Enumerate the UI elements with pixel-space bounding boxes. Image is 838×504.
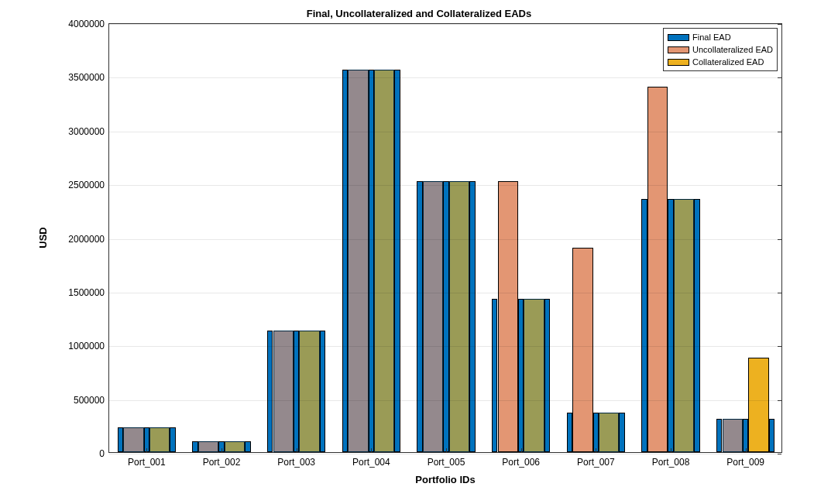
bar-final: [394, 70, 400, 452]
x-tick-label: Port_002: [203, 457, 241, 468]
bar-final: [267, 331, 273, 452]
y-tick-label: 2000000: [68, 234, 105, 245]
legend-swatch-icon: [668, 46, 689, 53]
bar-uncollateralized: [572, 248, 592, 452]
y-tick-label: 1500000: [68, 287, 105, 298]
chart-container: Final, Uncollateralized and Collateraliz…: [0, 0, 838, 504]
bar-overlay: [273, 331, 294, 452]
x-tick-mark: [297, 448, 297, 452]
y-tick-label: 3500000: [68, 72, 105, 83]
bar-final: [619, 413, 625, 452]
gridline: [109, 185, 781, 186]
bar-overlay: [348, 70, 368, 452]
bar-final: [294, 331, 300, 452]
bars-layer: [109, 24, 781, 452]
legend-swatch-icon: [668, 59, 689, 66]
bar-final: [518, 299, 524, 452]
gridline: [109, 454, 781, 454]
gridline: [109, 346, 781, 347]
bar-final: [769, 419, 775, 452]
y-tick-label: 4000000: [68, 19, 105, 29]
bar-final: [716, 419, 723, 452]
bar-overlay: [198, 441, 218, 452]
bar-uncollateralized: [498, 181, 518, 452]
gridline: [109, 400, 781, 401]
bar-final: [417, 181, 423, 452]
legend: Final EAD Uncollateralized EAD Collatera…: [663, 28, 778, 71]
legend-item-final: Final EAD: [668, 31, 773, 43]
x-tick-mark: [521, 448, 522, 452]
bar-overlay: [524, 299, 544, 452]
bar-overlay: [674, 199, 694, 452]
gridline: [109, 239, 781, 240]
x-tick-label: Port_008: [652, 457, 690, 468]
bar-final: [443, 181, 449, 452]
x-tick-mark: [146, 448, 147, 452]
y-tick-mark: [778, 454, 781, 454]
y-tick-label: 2500000: [68, 180, 105, 190]
x-tick-label: Port_004: [352, 457, 390, 468]
x-tick-mark: [671, 448, 671, 452]
y-axis-label: USD: [37, 227, 49, 248]
bar-overlay: [123, 427, 143, 452]
bar-final: [593, 413, 599, 452]
bar-final: [469, 181, 476, 452]
bar-overlay: [449, 181, 469, 452]
bar-final: [694, 199, 700, 452]
x-tick-mark: [446, 448, 447, 452]
x-tick-label: Port_005: [428, 457, 465, 468]
bar-final: [743, 419, 749, 452]
y-tick-label: 0: [99, 448, 105, 459]
bar-collateralized: [748, 358, 768, 452]
plot-area: Final EAD Uncollateralized EAD Collatera…: [108, 23, 782, 453]
x-tick-mark: [596, 448, 596, 452]
y-tick-mark: [778, 293, 781, 293]
bar-final: [320, 331, 326, 452]
y-tick-mark: [778, 400, 781, 401]
bar-final: [342, 70, 349, 452]
y-tick-mark: [778, 185, 781, 186]
x-tick-mark: [746, 448, 747, 452]
bar-overlay: [299, 331, 319, 452]
x-axis-label: Portfolio IDs: [415, 474, 475, 485]
bar-final: [369, 70, 375, 452]
gridline: [109, 132, 781, 132]
bar-overlay: [225, 441, 245, 452]
x-tick-mark: [222, 448, 222, 452]
y-tick-label: 3000000: [68, 126, 105, 137]
bar-final: [192, 441, 198, 452]
y-tick-label: 500000: [74, 395, 105, 406]
gridline: [109, 77, 781, 78]
y-tick-label: 1000000: [68, 341, 105, 351]
x-tick-label: Port_003: [277, 457, 315, 468]
x-tick-mark: [371, 448, 372, 452]
bar-overlay: [423, 181, 443, 452]
x-tick-label: Port_007: [577, 457, 615, 468]
bar-uncollateralized: [647, 87, 668, 452]
bar-overlay: [599, 413, 619, 452]
y-tick-mark: [778, 77, 781, 78]
y-tick-mark: [778, 132, 781, 132]
legend-item-uncollateralized: Uncollateralized EAD: [668, 43, 773, 56]
bar-overlay: [374, 70, 394, 452]
bar-final: [170, 427, 176, 452]
y-tick-mark: [778, 24, 781, 25]
legend-label: Uncollateralized EAD: [692, 43, 773, 56]
bar-final: [118, 427, 124, 452]
bar-overlay: [723, 419, 743, 452]
bar-final: [641, 199, 647, 452]
bar-final: [245, 441, 251, 452]
x-tick-label: Port_006: [502, 457, 540, 468]
gridline: [109, 293, 781, 293]
legend-swatch-icon: [668, 34, 689, 41]
legend-label: Final EAD: [692, 31, 731, 43]
y-tick-mark: [778, 239, 781, 240]
bar-final: [567, 413, 573, 452]
bar-overlay: [149, 427, 170, 452]
legend-item-collateralized: Collateralized EAD: [668, 56, 773, 68]
bar-final: [668, 199, 674, 452]
legend-label: Collateralized EAD: [692, 56, 764, 68]
bar-final: [492, 299, 498, 452]
gridline: [109, 24, 781, 25]
chart-title: Final, Uncollateralized and Collateraliz…: [0, 8, 838, 19]
